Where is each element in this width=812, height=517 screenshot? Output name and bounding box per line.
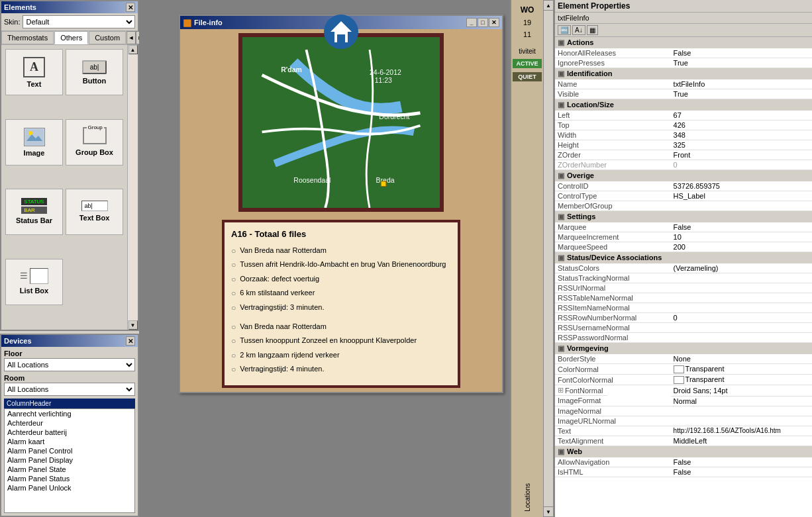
window-minimize-button[interactable]: _ <box>466 18 477 27</box>
toolbar-btn-az[interactable]: A↓ <box>572 25 585 35</box>
svg-rect-6 <box>243 37 439 208</box>
active-badge: ACTIVE <box>513 59 542 68</box>
prop-value: txtFileInfo <box>671 79 812 89</box>
tab-thermostats[interactable]: Thermostats <box>1 31 54 44</box>
text-element-item[interactable]: A Text <box>5 49 63 95</box>
scroll-down-button[interactable]: ▼ <box>128 320 138 330</box>
section-web[interactable]: ▣Web <box>555 446 812 457</box>
prop-name: RSSUsernameNormal <box>555 323 671 333</box>
file-list-item: ○ Tussen afrit Hendrik-Ido-Ambacht en br… <box>231 259 451 269</box>
list-item[interactable]: Alarm Panel Unlock <box>5 483 134 493</box>
prop-row: RSSPasswordNormal <box>555 333 812 343</box>
prop-name: IgnorePresses <box>555 58 671 68</box>
section-location[interactable]: ▣Location/Size <box>555 99 812 111</box>
prop-name: RSSItemNameNormal <box>555 303 671 313</box>
prop-value: 53726.859375 <box>671 181 812 191</box>
middle-area: WO 19 11 tiviteit ACTIVE QUIET Locations… <box>139 0 543 517</box>
locations-label: Locations <box>524 483 531 512</box>
file-text-area: A16 - Totaal 6 files ○ Van Breda naar Ro… <box>222 220 460 388</box>
bullet: ○ <box>231 260 236 269</box>
prop-row: RSSUrlNormal <box>555 283 812 293</box>
section-name: Status/Device Associations <box>567 254 662 261</box>
mid-scroll-down[interactable]: ▼ <box>543 506 554 517</box>
listbox-element-item[interactable]: ☰ List Box <box>5 259 63 305</box>
statusbar-element-item[interactable]: STATUS BAR Status Bar <box>5 189 63 235</box>
devices-title: Devices <box>4 337 32 345</box>
prop-name: RSSUrlNormal <box>555 283 671 293</box>
prop-row: HonorAllReleases False <box>555 48 812 58</box>
tab-prev-arrow[interactable]: ◄ <box>127 31 136 44</box>
file-list-item: ○ Vertragingstijd: 4 minuten. <box>231 364 451 374</box>
room-section: Room All Locations <box>4 374 135 396</box>
section-vormgeving[interactable]: ▣Vormgeving <box>555 343 812 355</box>
prop-row: Left 67 <box>555 111 812 120</box>
skin-select[interactable]: Default <box>23 15 135 28</box>
skin-label: Skin: <box>4 18 20 26</box>
prop-value: 67 <box>671 111 812 120</box>
prop-name: BorderStyle <box>555 354 671 364</box>
wo-label: WO <box>521 5 534 15</box>
section-name: Overige <box>567 171 594 179</box>
prop-name: ControlID <box>555 181 671 191</box>
file-title: A16 - Totaal 6 files <box>231 229 451 239</box>
scroll-up-button[interactable]: ▲ <box>128 45 138 54</box>
prop-value: (Verzameling) <box>671 263 812 273</box>
list-item[interactable]: Alarm Panel Control <box>5 446 134 455</box>
devices-close-button[interactable]: ✕ <box>126 336 135 346</box>
prop-name: Height <box>555 140 671 150</box>
window-maximize-button[interactable]: □ <box>478 18 488 27</box>
section-settings[interactable]: ▣Settings <box>555 211 812 223</box>
button-element-icon: ab| <box>82 60 107 74</box>
section-identification[interactable]: ▣Identification <box>555 68 812 80</box>
section-status-device[interactable]: ▣Status/Device Associations <box>555 252 812 264</box>
section-name: Vormgeving <box>567 344 609 352</box>
textbox-element-item[interactable]: ab| Text Box <box>66 189 123 235</box>
prop-row: ColorNormal Transparent <box>555 364 812 375</box>
tab-others[interactable]: Others <box>54 31 88 44</box>
list-item[interactable]: Alarm kaart <box>5 437 134 446</box>
prop-name: RSSTableNameNormal <box>555 293 671 303</box>
room-select[interactable]: All Locations <box>4 383 135 396</box>
section-overige[interactable]: ▣Overige <box>555 170 812 182</box>
elements-close-button[interactable]: ✕ <box>126 3 135 12</box>
file-list-text: Van Breda naar Rotterdam <box>240 246 327 256</box>
tabs-row: Thermostats Others Custom ◄ ► <box>1 31 138 45</box>
list-item[interactable]: Achterdeur <box>5 418 134 428</box>
toolbar-btn-sections[interactable]: ▦ <box>587 25 598 35</box>
prop-value <box>671 201 812 211</box>
element-properties-title: Element Properties <box>555 0 812 13</box>
image-element-item[interactable]: Image <box>5 119 63 165</box>
floor-select[interactable]: All Locations <box>4 358 135 371</box>
props-table: ▣Actions HonorAllReleases False IgnorePr… <box>555 37 812 517</box>
prop-name: Visible <box>555 89 671 99</box>
list-item[interactable]: Alarm Panel Display <box>5 455 134 465</box>
list-item[interactable]: Alarm Panel Status <box>5 474 134 483</box>
window-content: R'dam Dordrecht Breda Roosendaal 24-6-20… <box>180 29 502 392</box>
list-item[interactable]: Alarm Panel State <box>5 465 134 474</box>
groupbox-element-item[interactable]: Group Group Box <box>66 119 123 165</box>
window-icon: ▦ <box>183 17 191 28</box>
section-actions[interactable]: ▣Actions <box>555 37 812 48</box>
file-list-text: Tussen afrit Hendrik-Ido-Ambacht en brug… <box>240 259 446 269</box>
prop-value <box>671 333 812 343</box>
mid-scroll-up[interactable]: ▲ <box>543 0 554 11</box>
prop-value: Droid Sans; 14pt <box>671 385 812 397</box>
file-info-window: ▦ File-info _ □ ✕ <box>179 15 503 393</box>
prop-row: ImageNormal <box>555 406 812 416</box>
prop-name: ZOrder <box>555 150 671 160</box>
prop-row: ImageFormat Normal <box>555 396 812 406</box>
button-element-item[interactable]: ab| Button <box>66 49 123 95</box>
svg-text:Roosendaal: Roosendaal <box>293 176 330 184</box>
map-area: R'dam Dordrecht Breda Roosendaal 24-6-20… <box>238 33 444 216</box>
list-item[interactable]: Aanrecht verlichting <box>5 409 134 418</box>
section-name: Location/Size <box>567 101 614 109</box>
window-close-button[interactable]: ✕ <box>489 18 499 27</box>
home-icon-area <box>324 15 358 49</box>
prop-name: ZOrderNumber <box>555 160 671 170</box>
toolbar-btn-alphabetical[interactable]: 🔤 <box>558 25 571 35</box>
devices-list: ColumnHeader Aanrecht verlichting Achter… <box>4 399 135 513</box>
list-item[interactable]: Achterdeur batterij <box>5 428 134 437</box>
prop-row: RSSUsernameNormal <box>555 323 812 333</box>
prop-name: ImageFormat <box>555 396 671 406</box>
tab-custom[interactable]: Custom <box>89 31 126 44</box>
